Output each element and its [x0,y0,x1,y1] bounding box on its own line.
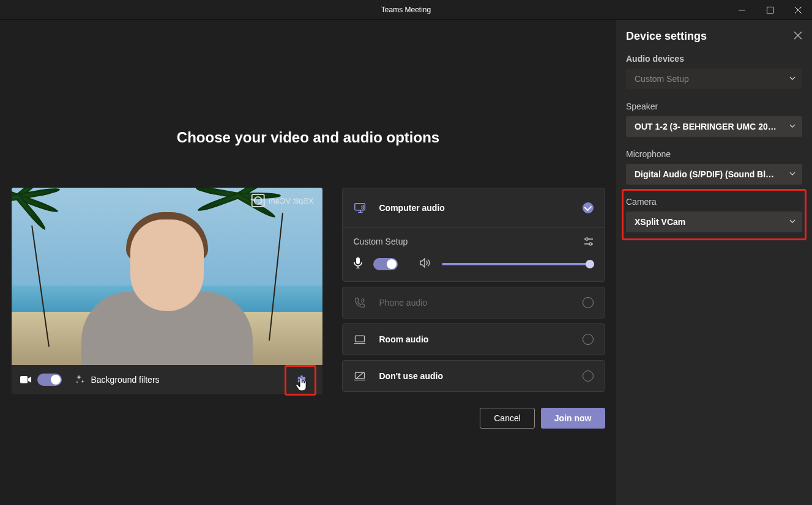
video-controls-bar: Background filters [12,365,322,394]
highlight-camera [622,189,806,240]
phone-audio-icon [354,297,372,309]
computer-audio-details: Custom Setup [343,227,605,281]
chevron-down-icon [789,122,796,131]
video-column: XSplit VCam Background [12,188,322,429]
room-audio-icon [354,334,372,344]
options-layout: XSplit VCam Background [0,188,616,429]
cursor-hand-icon [296,377,308,392]
microphone-label: Microphone [626,149,802,159]
computer-audio-icon [354,201,372,215]
audio-column: Computer audio Custom Setup [342,188,605,429]
sparkle-icon [75,375,85,385]
svg-point-3 [586,238,588,240]
audio-devices-dropdown[interactable]: Custom Setup [626,68,802,89]
settings-panel-title: Device settings [626,30,707,43]
action-row: Cancel Join now [342,408,605,429]
option-label: Don't use audio [379,371,443,381]
option-phone-audio[interactable]: Phone audio [342,287,605,319]
dropdown-value: OUT 1-2 (3- BEHRINGER UMC 20… [635,122,777,131]
join-now-button[interactable]: Join now [541,408,605,429]
option-label: Phone audio [379,298,428,308]
speaker-dropdown[interactable]: OUT 1-2 (3- BEHRINGER UMC 20… [626,116,802,137]
svg-rect-5 [356,257,360,264]
dropdown-value: Custom Setup [635,74,689,84]
microphone-toggle[interactable] [373,258,398,270]
volume-slider[interactable] [442,263,590,265]
minimize-button[interactable] [728,0,756,20]
cancel-button[interactable]: Cancel [480,408,535,429]
audio-devices-label: Audio devices [626,54,802,64]
main-panel: Choose your video and audio options [0,20,616,505]
option-computer-audio[interactable]: Computer audio Custom Setup [342,188,605,282]
microphone-icon [354,257,362,270]
watermark-text: XSplit VCam [269,196,314,205]
camera-section: Camera XSplit VCam [626,197,802,232]
close-button[interactable] [784,0,812,20]
option-label: Computer audio [379,203,445,213]
custom-setup-label: Custom Setup [354,237,408,246]
svg-rect-1 [20,376,28,383]
chevron-down-icon [789,169,796,179]
camera-toggle[interactable] [37,374,62,386]
camera-watermark: XSplit VCam [251,194,314,207]
titlebar: Teams Meeting [0,0,812,20]
maximize-button[interactable] [756,0,784,20]
radio [583,297,594,308]
device-settings-panel: Device settings Audio devices Custom Set… [616,20,812,505]
background-filters-label: Background filters [91,375,160,385]
background-filters-button[interactable]: Background filters [75,375,160,385]
microphone-dropdown[interactable]: Digital Audio (S/PDIF) (Sound Bl… [626,164,802,185]
watermark-icon [251,194,265,207]
video-preview: XSplit VCam [12,188,322,365]
radio [583,370,594,382]
radio [583,334,594,345]
svg-rect-6 [355,336,364,342]
speaker-icon [420,258,431,270]
option-label: Room audio [379,334,429,344]
sliders-icon[interactable] [584,237,594,246]
settings-panel-close-button[interactable] [794,31,802,42]
radio-selected [583,202,594,213]
chevron-down-icon [789,74,796,84]
content-area: Choose your video and audio options [0,20,812,505]
window-buttons [728,0,812,20]
person-silhouette [88,206,247,365]
option-room-audio[interactable]: Room audio [342,323,605,355]
svg-rect-0 [767,7,773,13]
page-heading: Choose your video and audio options [0,129,616,146]
speaker-label: Speaker [626,101,802,111]
device-settings-button[interactable] [287,366,314,393]
camera-icon [20,375,31,384]
dropdown-value: Digital Audio (S/PDIF) (Sound Bl… [635,169,774,179]
option-dont-use-audio[interactable]: Don't use audio [342,360,605,392]
window-title: Teams Meeting [381,6,431,14]
app-window: Teams Meeting Choose your video and audi… [0,0,812,505]
no-audio-icon [354,371,372,381]
svg-point-4 [589,243,592,245]
